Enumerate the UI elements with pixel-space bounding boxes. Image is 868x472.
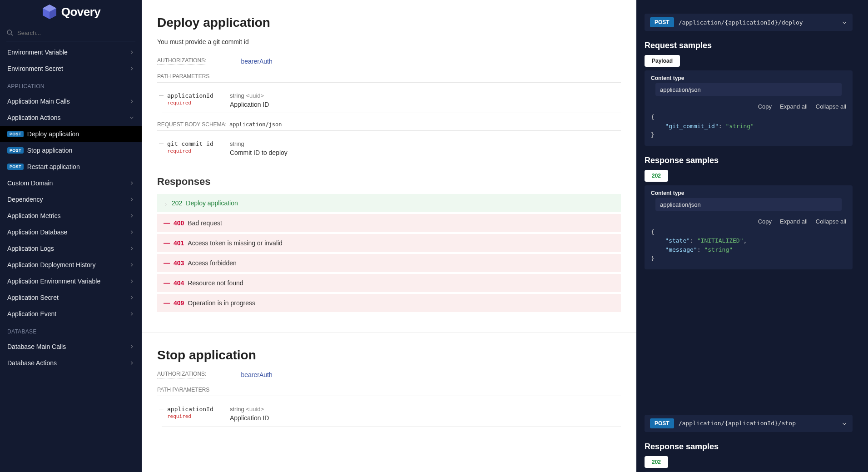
svg-point-3 <box>7 30 11 34</box>
api-section: Deploy applicationYou must provide a git… <box>142 0 636 333</box>
response-row-ok[interactable]: 202Deploy application <box>157 194 621 212</box>
section-description: You must provide a git commit id <box>157 38 621 45</box>
sidebar-item-label: Environment Secret <box>7 65 63 72</box>
sidebar-item-label: Dependency <box>7 196 43 203</box>
param-row: applicationIdrequiredstring <uuid>Applic… <box>162 401 621 427</box>
dash-icon: — <box>164 259 170 267</box>
sidebar-item[interactable]: Application Event <box>0 306 142 322</box>
param-row: git_commit_idrequiredstringCommit ID to … <box>162 135 621 161</box>
response-code: 401 <box>174 239 184 247</box>
response-tab[interactable]: 202 <box>645 456 668 468</box>
copy-button[interactable]: Copy <box>758 218 772 225</box>
response-row-error[interactable]: —400Bad request <box>157 214 621 232</box>
sidebar-item-label: Application Environment Variable <box>7 278 100 285</box>
sidebar-item[interactable]: Application Secret <box>0 289 142 306</box>
code-body: { "state": "INITIALIZED", "message": "st… <box>645 228 853 263</box>
sidebar-item-label: Application Logs <box>7 245 54 252</box>
path-parameters-heading: PATH PARAMETERS <box>157 387 621 396</box>
response-message: Access token is missing or invalid <box>188 239 283 247</box>
logo[interactable]: Qovery <box>0 0 142 27</box>
expand-all-button[interactable]: Expand all <box>780 218 808 225</box>
request-samples-heading: Request samples <box>645 41 853 50</box>
collapse-all-button[interactable]: Collapse all <box>816 218 846 225</box>
payload-tab[interactable]: Payload <box>645 55 680 67</box>
response-message: Resource not found <box>188 279 243 287</box>
endpoint-bar[interactable]: POST/application/{applicationId}/deploy <box>645 14 853 31</box>
chevron-right-icon <box>129 229 134 235</box>
endpoint-path: /application/{applicationId}/deploy <box>679 19 837 26</box>
expand-all-button[interactable]: Expand all <box>780 103 808 110</box>
search-row[interactable] <box>0 27 142 41</box>
request-body-heading: REQUEST BODY SCHEMA:application/json <box>157 121 621 131</box>
response-message: Operation is in progress <box>188 299 255 307</box>
sidebar-item[interactable]: Application Deployment History <box>0 257 142 273</box>
sidebar-item[interactable]: Environment Secret <box>0 60 142 77</box>
sidebar-item[interactable]: Database Main Calls <box>0 338 142 355</box>
sidebar-item[interactable]: Application Logs <box>0 240 142 257</box>
endpoint-bar[interactable]: POST/application/{applicationId}/stop <box>645 415 853 432</box>
path-parameters-heading: PATH PARAMETERS <box>157 73 621 83</box>
chevron-right-icon <box>129 295 134 300</box>
sidebar-item-label: Application Actions <box>7 114 61 121</box>
method-badge-post: POST <box>7 147 24 154</box>
endpoint-block: POST/application/{applicationId}/stop <box>645 415 853 432</box>
sidebar-subitem[interactable]: POSTRestart application <box>0 159 142 175</box>
required-label: required <box>167 148 230 154</box>
sidebar-item[interactable]: Application Metrics <box>0 208 142 224</box>
sidebar-item[interactable]: Database Actions <box>0 355 142 371</box>
search-input[interactable] <box>17 30 135 36</box>
sidebar-item-label: Custom Domain <box>7 179 53 187</box>
chevron-right-icon <box>129 344 134 349</box>
chevron-right-icon <box>129 213 134 219</box>
response-row-error[interactable]: —401Access token is missing or invalid <box>157 234 621 252</box>
copy-button[interactable]: Copy <box>758 103 772 110</box>
sidebar-item[interactable]: Custom Domain <box>0 175 142 191</box>
code-card: Content typeapplication/jsonCopyExpand a… <box>645 70 853 146</box>
sidebar-item-label: Application Event <box>7 310 56 318</box>
sidebar-subitem[interactable]: POSTDeploy application <box>0 126 142 142</box>
response-tab[interactable]: 202 <box>645 170 668 182</box>
chevron-right-icon <box>129 66 134 71</box>
response-row-error[interactable]: —409Operation is in progress <box>157 294 621 312</box>
dash-icon: — <box>164 219 170 227</box>
response-row-error[interactable]: —404Resource not found <box>157 274 621 292</box>
chevron-right-icon <box>129 246 134 251</box>
content-type-label: Content type <box>651 75 846 81</box>
content-type-value: application/json <box>660 201 701 208</box>
param-description: Commit ID to deploy <box>230 149 621 156</box>
sidebar-subitem[interactable]: POSTStop application <box>0 142 142 159</box>
authorizations-label: AUTHORIZATIONS: <box>157 371 206 378</box>
sidebar-item-label: Application Deployment History <box>7 261 96 268</box>
sidebar-item[interactable]: Application Database <box>0 224 142 240</box>
sidebar-item[interactable]: Dependency <box>0 191 142 208</box>
param-type: string <uuid> <box>230 92 264 99</box>
svg-line-4 <box>11 34 13 35</box>
chevron-right-icon <box>129 180 134 186</box>
right-panel: POST/application/{applicationId}/deployR… <box>636 0 868 472</box>
response-message: Deploy application <box>186 199 238 207</box>
auth-link[interactable]: bearerAuth <box>241 371 272 378</box>
response-row-error[interactable]: —403Access forbidden <box>157 254 621 272</box>
endpoint-block: POST/application/{applicationId}/deploy <box>645 14 853 31</box>
param-name: applicationId <box>167 92 213 99</box>
method-badge-post: POST <box>650 17 674 27</box>
chevron-right-icon <box>164 201 168 205</box>
collapse-all-button[interactable]: Collapse all <box>816 103 846 110</box>
sidebar-item[interactable]: Environment Variable <box>0 44 142 60</box>
sidebar-item-label: Deploy application <box>27 130 79 138</box>
sidebar-item[interactable]: Application Actions <box>0 109 142 126</box>
endpoint-path: /application/{applicationId}/stop <box>679 420 837 427</box>
response-code: 404 <box>174 279 184 287</box>
response-code: 202 <box>172 199 182 207</box>
section-title: Deploy application <box>157 15 621 30</box>
content-type-label: Content type <box>651 190 846 196</box>
main-content: Deploy applicationYou must provide a git… <box>142 0 636 472</box>
param-row: applicationIdrequiredstring <uuid>Applic… <box>162 87 621 113</box>
chevron-down-icon <box>129 115 134 120</box>
chevron-down-icon <box>842 421 847 426</box>
sidebar-item[interactable]: Application Environment Variable <box>0 273 142 289</box>
auth-link[interactable]: bearerAuth <box>241 58 272 65</box>
method-badge-post: POST <box>650 418 674 428</box>
sidebar-item-label: Application Main Calls <box>7 98 70 105</box>
sidebar-item[interactable]: Application Main Calls <box>0 93 142 109</box>
